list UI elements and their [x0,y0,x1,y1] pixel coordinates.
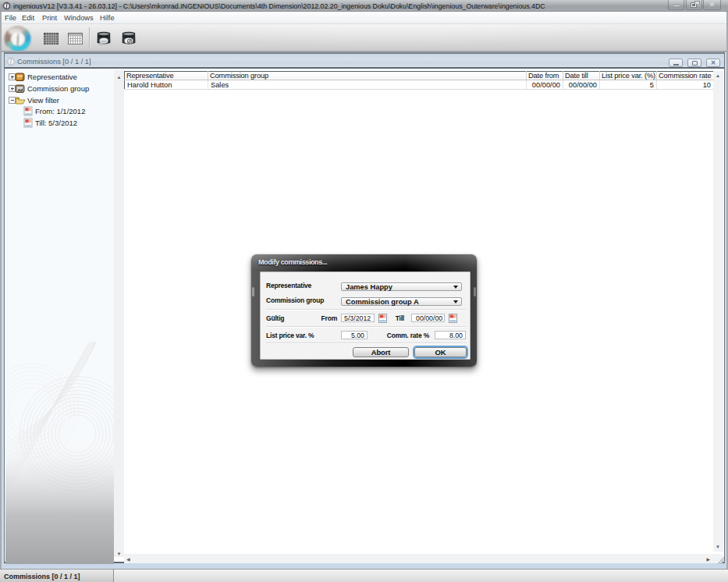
menu-file[interactable]: File [5,12,16,24]
representative-combobox[interactable]: James Happy [341,282,462,291]
view-filter-folder-icon [15,95,26,105]
commission-group-label: Commission group [266,296,324,304]
doc-close-button[interactable]: ✕ [706,59,720,67]
tree-label-commission-group: Commission group [27,84,89,93]
commission-group-value: Commission group A [346,299,419,306]
col-commission-rate[interactable]: Commission rate [657,72,714,80]
commission-group-combobox[interactable]: Commission group A [341,297,462,306]
menu-windows[interactable]: Windows [64,12,94,24]
commissions-title-bar[interactable]: Commissions [0 / 1 / 1] ✕ [5,54,724,69]
till-calendar-button[interactable] [449,314,457,323]
tree-scroll-up-icon[interactable]: ▲ [114,75,124,80]
cell-date-from[interactable]: 00/00/00 [527,80,563,90]
restore-icon [691,2,697,8]
tree-label-view-filter: View filter [27,96,59,105]
till-date-input[interactable]: 00/00/00 [411,314,445,322]
tree-scroll-down-icon[interactable]: ▼ [114,552,124,556]
close-icon: ✕ [704,0,720,9]
comm-rate-label: Comm. rate % [387,332,429,339]
dialog-left-edge-highlight [252,287,254,296]
table-scroll-left-icon[interactable]: ◀ [126,556,130,562]
toolbar [2,24,726,51]
export-print-icon[interactable] [96,30,112,47]
menu-edit[interactable]: Edit [22,12,34,24]
tree-scrollbar[interactable]: ▲ ▼ [114,70,124,557]
commissions-window-icon [6,57,16,66]
cell-commission-group[interactable]: Sales [208,80,527,90]
till-date-icon [23,118,33,128]
ingenious-logo [3,25,33,51]
from-calendar-button[interactable] [378,314,387,323]
status-window-label: Commissions [0 / 1 / 1] [4,573,80,580]
restore-button[interactable] [686,0,702,10]
calendar-icon[interactable] [68,33,83,44]
doc-minimize-icon [673,64,679,66]
toolbar-separator [89,27,90,48]
minimize-button[interactable] [668,0,684,10]
resize-grip-icon[interactable] [717,556,725,565]
from-date-icon [23,106,33,116]
status-window-button[interactable]: Commissions [0 / 1 / 1] [0,570,114,582]
representative-value: James Happy [346,284,392,291]
doc-minimize-button[interactable] [669,59,683,67]
menu-bar: File Edit Print Windows Hilfe [2,12,726,24]
from-label: From [321,314,337,322]
col-date-from[interactable]: Date from [527,72,563,80]
till-date-value: 00/00/00 [416,315,442,322]
from-date-input[interactable]: 5/3/2012 [341,314,375,322]
cell-representative[interactable]: Harold Hutton [125,80,208,90]
commission-group-icon [15,83,25,94]
commissions-window-title: Commissions [0 / 1 / 1] [17,58,91,66]
modify-commissions-dialog: Modify commissions... Representative Jam… [251,254,477,367]
table-scroll-right-icon[interactable]: ▶ [706,556,710,562]
col-commission-group[interactable]: Commission group [208,72,527,80]
list-price-input[interactable]: 5.00 [341,331,368,339]
cell-date-till[interactable]: 00/00/00 [563,80,600,90]
comm-rate-value: 8.00 [449,332,463,339]
table-horizontal-scrollbar[interactable]: ◀ ▶ [124,554,723,563]
table-head: Representative Commission group Date fro… [125,72,714,80]
menu-hilfe[interactable]: Hilfe [100,12,115,24]
menu-print[interactable]: Print [42,12,57,24]
dialog-separator-2 [266,326,466,327]
dialog-separator-3 [266,342,466,343]
list-price-label: List price var. % [266,332,314,339]
table-scroll-up-icon[interactable]: ▲ [716,73,720,78]
table-body: Harold Hutton Sales 00/00/00 00/00/00 5 … [125,80,714,90]
grid-icon[interactable] [44,33,59,44]
table-scroll-down-icon[interactable]: ▼ [716,545,720,549]
till-label: Till [396,314,404,322]
settings-print-icon[interactable] [121,30,137,47]
dialog-right-edge-highlight [474,287,476,296]
app-icon [2,2,11,10]
dialog-body: Representative James Happy Commission gr… [260,271,471,360]
representative-dropdown-icon [453,286,458,289]
table-vertical-scrollbar[interactable]: ▲ ▼ [713,71,723,552]
doc-restore-icon [692,61,698,66]
table-header-row: Representative Commission group Date fro… [125,72,714,80]
from-date-value: 5/3/2012 [344,315,371,322]
commissions-table: Representative Commission group Date fro… [124,71,714,90]
cell-list-price-var[interactable]: 5 [600,80,657,90]
col-list-price-var[interactable]: List price var. (%) [600,72,657,80]
cell-commission-rate[interactable]: 10 [657,80,714,90]
tree-background-decoration [5,342,114,564]
list-price-value: 5.00 [351,332,364,339]
ok-button[interactable]: OK [414,347,467,357]
representative-label: Representative [266,282,311,289]
tree-label-representative: Representative [27,73,77,81]
valid-label: Gültig [266,314,284,322]
abort-button[interactable]: Abort [353,347,409,357]
window-title: ingeniousV12 [V3.3.41 - 26.03.12] - C:\U… [13,2,545,10]
tree-label-till: Till: 5/3/2012 [35,119,77,127]
doc-restore-button[interactable] [687,59,701,67]
dialog-separator-1 [266,309,466,310]
close-button[interactable]: ✕ [703,0,721,10]
table-row[interactable]: Harold Hutton Sales 00/00/00 00/00/00 5 … [125,80,714,90]
doc-close-icon: ✕ [707,59,719,66]
dialog-title: Modify commissions... [258,258,327,266]
comm-rate-input[interactable]: 8.00 [435,331,466,339]
minimize-icon [673,5,680,7]
col-date-till[interactable]: Date till [563,72,600,80]
col-representative[interactable]: Representative [125,72,208,80]
